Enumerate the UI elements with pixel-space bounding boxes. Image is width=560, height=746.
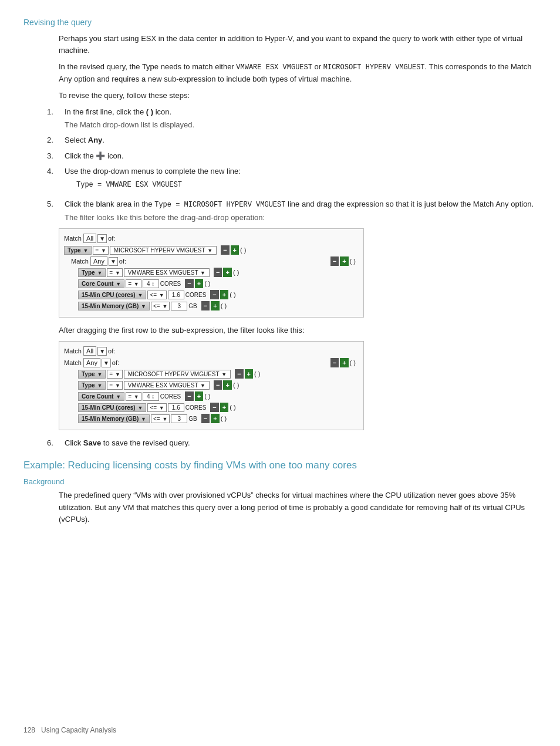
- filter-type-vmware-after-row: Type ▼ = ▼ VMWARE ESX VMGUEST ▼ − + ( ): [78, 380, 356, 390]
- steps-list: 1. In the first line, click the ( ) icon…: [47, 106, 537, 224]
- filter-type-ms-after-row: Type ▼ = ▼ MICROSOFT HYPERV VMGUEST ▼ − …: [78, 369, 356, 379]
- filter-type-vmware-row: Type ▼ = ▼ VMWARE ESX VMGUEST ▼ − + ( ): [78, 268, 356, 277]
- step-1: 1. In the first line, click the ( ) icon…: [47, 106, 537, 131]
- para3: To revise the query, follow these steps:: [59, 90, 537, 102]
- background-text: The predefined query “VMs with over prov…: [59, 490, 537, 525]
- step-5: 5. Click the blank area in the Type = MI…: [47, 198, 537, 224]
- step-6: 6. Click Save to save the revised query.: [47, 437, 537, 449]
- match-any-row-after: Match Any ▼ of: − + ( ): [64, 358, 356, 367]
- filter-15min-cpu-after-row: 15-Min CPU (cores) ▼ <= ▼ 1.6 CORES − + …: [78, 403, 356, 412]
- filter-15min-mem-after-row: 15-Min Memory (GB) ▼ <= ▼ 3 GB − + ( ): [78, 414, 356, 423]
- para1: Perhaps you start using ESX in the data …: [59, 33, 537, 56]
- match-all-row: Match All ▼ of:: [64, 234, 356, 243]
- step-4: 4. Use the drop-down menus to complete t…: [47, 166, 537, 195]
- background-heading: Background: [23, 477, 537, 486]
- filter-15min-cpu-row: 15-Min CPU (cores) ▼ <= ▼ 1.6 CORES − + …: [78, 290, 356, 299]
- match-all-row-after: Match All ▼ of:: [64, 346, 356, 356]
- match-any-row: Match Any ▼ of: − + ( ): [71, 256, 356, 266]
- section-heading: Revising the query: [23, 18, 537, 27]
- filter-type-outer-row: Type ▼ = ▼ MICROSOFT HYPERV VMGUEST ▼ − …: [64, 245, 356, 255]
- filter-core-count-after-row: Core Count ▼ = ▼ 4 ↕ CORES − + ( ): [78, 391, 356, 401]
- after-drag-caption: After dragging the first row to the sub-…: [59, 325, 537, 336]
- filter-core-count-row: Core Count ▼ = ▼ 4 ↕ CORES − + ( ): [78, 279, 356, 288]
- para2: In the revised query, the Type needs to …: [59, 61, 537, 85]
- example-section: Example: Reducing licensing costs by fin…: [23, 460, 537, 525]
- step-3: 3. Click the ➕ icon.: [47, 150, 537, 162]
- step-2: 2. Select Any.: [47, 134, 537, 146]
- filter-15min-mem-row: 15-Min Memory (GB) ▼ <= ▼ 3 GB − + ( ): [78, 301, 356, 310]
- example-heading: Example: Reducing licensing costs by fin…: [23, 460, 537, 471]
- page-footer: 128 Using Capacity Analysis: [23, 726, 116, 734]
- filter-before-diagram: Match All ▼ of: Type ▼ = ▼ MICROSOFT HYP…: [59, 228, 537, 318]
- filter-after-diagram: Match All ▼ of: Match Any ▼ of: − + ( ) …: [59, 341, 537, 430]
